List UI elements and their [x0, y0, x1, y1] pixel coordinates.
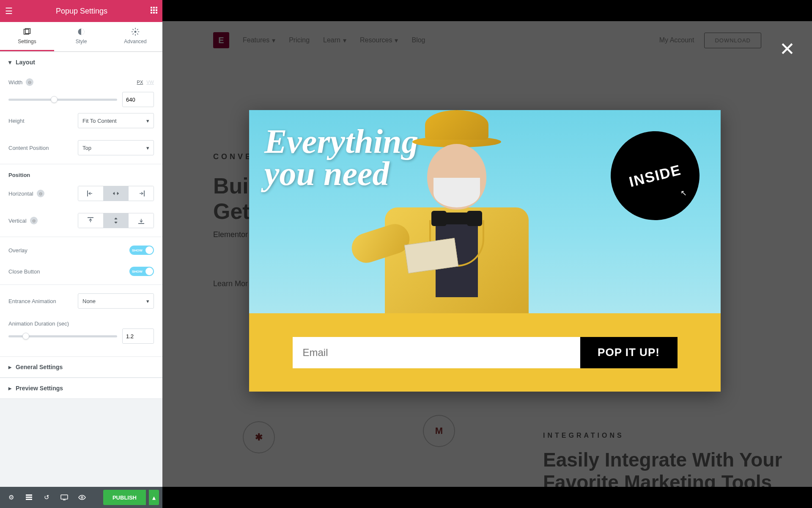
- section-title: Layout: [16, 59, 35, 66]
- sidebar-panel: ☰ Popup Settings Settings Style Advanced…: [0, 0, 162, 487]
- chevron-down-icon: ▾: [146, 145, 149, 151]
- section-title: Preview Settings: [16, 385, 63, 392]
- toggle-text: SHOW: [132, 248, 143, 252]
- svg-rect-3: [151, 9, 152, 11]
- svg-rect-13: [87, 190, 88, 196]
- svg-rect-19: [26, 499, 32, 500]
- email-input[interactable]: [293, 337, 580, 368]
- responsive-icon[interactable]: [57, 490, 72, 505]
- control-close-button: Close Button SHOW: [8, 261, 154, 282]
- menu-icon[interactable]: ☰: [5, 6, 13, 16]
- animation-duration-input[interactable]: [122, 329, 154, 344]
- settings-icon[interactable]: ⚙: [3, 490, 19, 505]
- width-label: Width: [8, 79, 22, 86]
- align-top-button[interactable]: [78, 213, 104, 228]
- chevron-down-icon: ▾: [146, 298, 149, 304]
- history-icon[interactable]: ↺: [39, 490, 54, 505]
- popup: Everythingyou need INSIDE ↖ POP IT UP!: [249, 110, 721, 392]
- chevron-down-icon: ▾: [146, 118, 149, 124]
- vertical-label: Vertical: [8, 218, 27, 224]
- bottom-bar: ⚙ ↺ PUBLISH ▴: [0, 487, 162, 508]
- control-height: Height Fit To Content ▾: [8, 107, 154, 134]
- animation-duration-slider[interactable]: [8, 335, 117, 337]
- control-vertical: Vertical ⊖: [8, 207, 154, 234]
- tab-settings[interactable]: Settings: [0, 22, 54, 51]
- height-label: Height: [8, 118, 25, 124]
- content-position-label: Content Position: [8, 145, 49, 151]
- control-overlay: Overlay SHOW: [8, 240, 154, 261]
- entrance-animation-select[interactable]: None ▾: [78, 293, 154, 309]
- section-general-header[interactable]: ▸ General Settings: [0, 356, 162, 378]
- select-value: None: [82, 298, 96, 304]
- panel-title: Popup Settings: [13, 7, 151, 16]
- tab-advanced[interactable]: Advanced: [108, 22, 162, 51]
- reset-icon[interactable]: ⊖: [30, 217, 38, 224]
- svg-rect-20: [61, 495, 68, 499]
- tab-label: Style: [76, 39, 87, 44]
- section-preview-header[interactable]: ▸ Preview Settings: [0, 378, 162, 399]
- vertical-align-group: [78, 213, 154, 228]
- width-input[interactable]: [122, 92, 154, 107]
- svg-rect-2: [156, 7, 157, 8]
- horizontal-label: Horizontal: [8, 190, 33, 197]
- svg-rect-14: [144, 190, 145, 196]
- svg-rect-4: [153, 9, 155, 11]
- popup-form: POP IT UP!: [249, 313, 721, 392]
- align-middle-button[interactable]: [104, 213, 129, 228]
- svg-rect-8: [156, 12, 157, 14]
- align-left-button[interactable]: [78, 186, 104, 201]
- svg-rect-18: [26, 497, 32, 498]
- svg-rect-5: [156, 9, 157, 11]
- section-layout-header[interactable]: ▾ Layout: [0, 52, 162, 72]
- apps-icon[interactable]: [151, 7, 157, 16]
- control-animation-duration: Animation Duration (sec): [8, 315, 154, 329]
- unit-px[interactable]: PX: [137, 80, 143, 85]
- inside-badge[interactable]: INSIDE: [601, 122, 709, 230]
- reset-icon[interactable]: ⊖: [26, 78, 33, 86]
- entrance-animation-label: Entrance Animation: [8, 298, 56, 304]
- align-bottom-button[interactable]: [129, 213, 154, 228]
- tab-label: Settings: [18, 39, 36, 44]
- reset-icon[interactable]: ⊖: [37, 190, 44, 197]
- close-button-toggle[interactable]: SHOW: [129, 267, 154, 276]
- align-center-button[interactable]: [104, 186, 129, 201]
- svg-point-12: [134, 31, 137, 33]
- sidebar-body: ▾ Layout Width ⊖ PX VW Height: [0, 52, 162, 487]
- toggle-text: SHOW: [132, 270, 143, 273]
- svg-rect-1: [153, 7, 155, 8]
- caret-right-icon: ▸: [8, 385, 11, 392]
- svg-rect-7: [153, 12, 155, 14]
- select-value: Fit To Content: [82, 118, 117, 124]
- svg-rect-15: [88, 217, 93, 218]
- select-value: Top: [82, 145, 91, 151]
- overlay-toggle[interactable]: SHOW: [129, 246, 154, 255]
- control-entrance-animation: Entrance Animation None ▾: [8, 287, 154, 315]
- content-position-select[interactable]: Top ▾: [78, 140, 154, 155]
- align-right-button[interactable]: [129, 186, 154, 201]
- width-slider[interactable]: [8, 99, 117, 101]
- publish-options-button[interactable]: ▴: [149, 490, 159, 505]
- caret-down-icon: ▾: [8, 59, 11, 66]
- sidebar-tabs: Settings Style Advanced: [0, 22, 162, 52]
- tab-label: Advanced: [124, 39, 146, 44]
- preview-icon[interactable]: [74, 490, 90, 505]
- publish-button[interactable]: PUBLISH: [103, 490, 146, 505]
- preview-area: E Features ▾ Pricing Learn ▾ Resources ▾…: [162, 21, 812, 487]
- animation-duration-label: Animation Duration (sec): [8, 320, 69, 327]
- section-layout-body: Width ⊖ PX VW Height Fit To Content ▾: [0, 72, 162, 356]
- unit-vw[interactable]: VW: [146, 80, 154, 85]
- overlay-label: Overlay: [8, 247, 27, 254]
- animation-duration-slider-row: [8, 329, 154, 350]
- position-sublabel: Position: [8, 167, 154, 180]
- svg-rect-16: [138, 223, 144, 224]
- popup-hero: Everythingyou need INSIDE ↖: [249, 110, 721, 313]
- control-horizontal: Horizontal ⊖: [8, 180, 154, 207]
- tab-style[interactable]: Style: [54, 22, 108, 51]
- sidebar-header: ☰ Popup Settings: [0, 0, 162, 22]
- height-select[interactable]: Fit To Content ▾: [78, 113, 154, 128]
- control-content-position: Content Position Top ▾: [8, 134, 154, 161]
- navigator-icon[interactable]: [21, 490, 36, 505]
- control-width: Width ⊖ PX VW: [8, 72, 154, 92]
- popup-close-icon[interactable]: ✕: [779, 38, 795, 60]
- popup-submit-button[interactable]: POP IT UP!: [580, 337, 678, 368]
